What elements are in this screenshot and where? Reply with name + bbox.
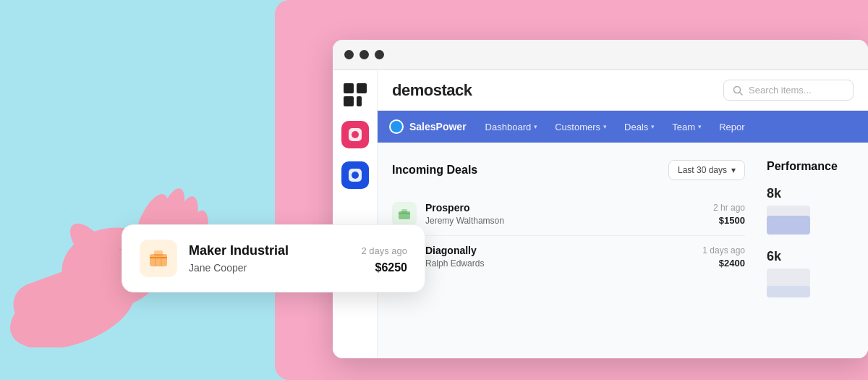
floating-card[interactable]: Maker Industrial 2 days ago Jane Cooper … <box>122 224 425 292</box>
card-company: Maker Industrial <box>189 243 289 258</box>
top-header: demostack Search items... <box>378 70 868 111</box>
sidebar <box>333 70 378 358</box>
card-time: 2 days ago <box>361 245 407 256</box>
deal-icon-prospero <box>392 202 417 227</box>
perf-bar-1 <box>767 216 810 235</box>
nav-item-customers[interactable]: Customers ▾ <box>548 117 614 137</box>
sidebar-icon-blue[interactable] <box>341 161 369 189</box>
chevron-down-icon: ▾ <box>651 123 655 130</box>
chevron-down-icon: ▾ <box>698 123 702 130</box>
browser-content: demostack Search items... SalesPower Das… <box>333 70 868 358</box>
performance-section: Performance 8k 6k <box>767 160 854 341</box>
deals-header: Incoming Deals Last 30 days ▾ <box>392 160 745 180</box>
card-amount: $6250 <box>375 261 408 274</box>
browser-dot-1 <box>344 50 354 59</box>
perf-value-2: 6k <box>767 249 854 297</box>
svg-rect-11 <box>401 209 407 213</box>
browser-dot-2 <box>359 50 369 59</box>
nav-item-reports[interactable]: Repor <box>712 117 752 137</box>
browser-titlebar <box>333 40 868 70</box>
performance-title: Performance <box>767 160 854 173</box>
svg-line-9 <box>740 92 743 95</box>
search-icon <box>733 85 743 96</box>
sidebar-icon-pink[interactable] <box>341 121 369 148</box>
nav-brand-icon <box>389 119 404 134</box>
perf-value-1: 8k <box>767 186 854 235</box>
nav-brand: SalesPower <box>389 119 467 134</box>
search-placeholder: Search items... <box>749 85 812 96</box>
deals-section: Incoming Deals Last 30 days ▾ <box>392 160 745 341</box>
svg-rect-2 <box>344 96 354 106</box>
svg-rect-0 <box>344 83 354 93</box>
date-filter[interactable]: Last 30 days ▾ <box>668 160 745 180</box>
deal-info-prospero: Prospero 2 hr ago Jeremy Walthamson $150… <box>425 202 745 226</box>
card-icon <box>140 240 177 277</box>
search-bar[interactable]: Search items... <box>723 80 854 101</box>
browser-dot-3 <box>375 50 384 59</box>
svg-rect-1 <box>357 83 367 93</box>
card-info: Maker Industrial 2 days ago Jane Cooper … <box>189 243 407 274</box>
nav-item-dashboard[interactable]: Dashboard ▾ <box>478 117 545 137</box>
app-name: demostack <box>392 81 472 100</box>
perf-bar-container-1 <box>767 206 810 235</box>
deal-row-diagonally[interactable]: Diagonally 1 days ago Ralph Edwards $240… <box>392 236 745 278</box>
card-person: Jane Cooper <box>189 262 247 274</box>
nav-bar: SalesPower Dashboard ▾ Customers ▾ Deals… <box>378 111 868 143</box>
content-area: Incoming Deals Last 30 days ▾ <box>378 143 868 358</box>
sidebar-logo[interactable] <box>342 82 368 108</box>
svg-point-5 <box>352 131 359 138</box>
svg-point-7 <box>352 172 359 179</box>
svg-rect-3 <box>357 96 362 106</box>
main-area: demostack Search items... SalesPower Das… <box>378 70 868 358</box>
chevron-down-icon: ▾ <box>731 165 736 175</box>
svg-rect-23 <box>154 250 163 256</box>
nav-item-deals[interactable]: Deals ▾ <box>617 117 662 137</box>
deal-info-diagonally: Diagonally 1 days ago Ralph Edwards $240… <box>425 245 745 269</box>
chevron-down-icon: ▾ <box>603 123 607 130</box>
deal-row-prospero[interactable]: Prospero 2 hr ago Jeremy Walthamson $150… <box>392 193 745 236</box>
browser-window: demostack Search items... SalesPower Das… <box>333 40 868 358</box>
chevron-down-icon: ▾ <box>534 123 537 130</box>
hand-illustration <box>0 72 268 347</box>
perf-bar-container-2 <box>767 269 810 297</box>
nav-brand-label: SalesPower <box>409 121 467 132</box>
nav-item-team[interactable]: Team ▾ <box>665 117 709 137</box>
deals-title: Incoming Deals <box>392 164 477 177</box>
perf-bar-2 <box>767 286 810 297</box>
